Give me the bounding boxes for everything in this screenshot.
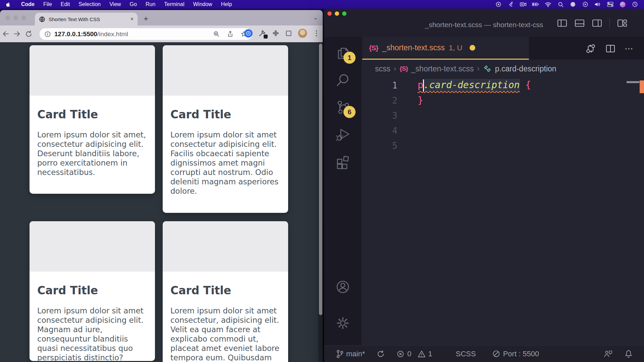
layout-controls (557, 19, 627, 27)
code-line-2[interactable]: 2 } (362, 93, 644, 108)
eyedropper-icon[interactable] (258, 29, 266, 37)
browser-toolbar: 127.0.0.1:5500/index.html ⋮ (0, 25, 323, 42)
clock-icon[interactable] (631, 1, 639, 8)
menu-window[interactable]: Window (189, 1, 217, 7)
siri-icon[interactable] (619, 1, 626, 8)
live-server-item[interactable]: Port : 5500 (492, 350, 539, 358)
window-traffic-lights-inactive[interactable] (5, 15, 26, 20)
spotlight-search-icon[interactable] (557, 1, 564, 8)
url-bar[interactable]: 127.0.0.1:5500/index.html (40, 28, 252, 40)
forward-icon[interactable] (11, 30, 23, 38)
line-number: 5 (362, 141, 397, 151)
url-text[interactable]: 127.0.0.1:5500/index.html (54, 31, 128, 38)
customize-layout-icon[interactable] (617, 19, 627, 27)
menu-run[interactable]: Run (141, 1, 160, 7)
menu-file[interactable]: File (39, 1, 56, 7)
password-manager-icon[interactable] (244, 29, 253, 38)
git-branch-item[interactable]: main* (336, 350, 365, 358)
gray-dot-icon[interactable] (569, 1, 577, 8)
card-description: Lorem ipsum dolor sit amet, consectetur … (37, 130, 147, 177)
problems-item[interactable]: 0 1 (396, 350, 432, 358)
line-number: 1 (362, 80, 397, 90)
square-tool-icon[interactable] (285, 30, 292, 37)
browser-scrollbar[interactable] (318, 42, 323, 362)
code-line-3[interactable]: 3 (362, 108, 644, 123)
puzzle-icon[interactable] (272, 29, 279, 37)
menu-go[interactable]: Go (125, 1, 141, 7)
card-description: Lorem ipsum dolor sit amet consectetur, … (170, 306, 280, 362)
toggle-panel-icon[interactable] (575, 19, 585, 27)
branch-icon (336, 350, 343, 358)
search-icon (335, 72, 351, 88)
screen-record-icon[interactable] (520, 1, 527, 8)
vscode-title-bar: _shorten-text.scss — shorten-text-css (324, 9, 644, 37)
control-center-icon[interactable] (606, 1, 614, 8)
card: Card Title Lorem ipsum dolor sit amet co… (163, 221, 288, 362)
reload-icon[interactable] (23, 30, 34, 38)
window-traffic-lights[interactable] (327, 11, 346, 16)
profile-avatar[interactable] (298, 28, 307, 38)
zoom-window-button[interactable] (342, 11, 346, 16)
toggle-sidebar-icon[interactable] (557, 19, 567, 27)
back-icon[interactable] (0, 30, 11, 38)
card-image-placeholder (163, 221, 288, 272)
close-window-button[interactable] (327, 11, 332, 16)
battery-charging-icon[interactable] (532, 1, 539, 8)
browser-menu-icon[interactable]: ⋮ (313, 29, 320, 37)
breadcrumb-symbol[interactable]: p.card-description (495, 64, 556, 73)
breadcrumb-folder[interactable]: scss (375, 64, 390, 73)
scrollbar-thumb[interactable] (319, 44, 322, 315)
menu-app-name[interactable]: Code (17, 1, 39, 7)
activity-account[interactable] (324, 279, 362, 295)
rocket-icon[interactable] (507, 1, 515, 8)
open-changes-icon[interactable] (585, 43, 596, 54)
language-mode-item[interactable]: SCSS (456, 350, 476, 358)
code-line-5[interactable]: 5 (362, 138, 644, 153)
editor-tab-active[interactable]: {S} _shorten-text.scss 1, U (362, 37, 529, 60)
activity-source-control[interactable]: 6 (324, 99, 362, 115)
tab-close-icon[interactable]: × (130, 16, 133, 22)
editor-actions: ⋯ (585, 43, 634, 54)
new-tab-button[interactable]: + (144, 14, 148, 23)
feedback-icon[interactable] (603, 350, 612, 358)
menu-edit[interactable]: Edit (56, 1, 74, 7)
menu-view[interactable]: View (105, 1, 125, 7)
card-title: Card Title (170, 284, 280, 297)
tab-overflow-chevron-icon[interactable]: ⌄ (313, 14, 318, 21)
toggle-secondary-sidebar-icon[interactable] (592, 19, 602, 27)
code-line-1[interactable]: 1 p.card-description { (362, 78, 644, 93)
error-count: 0 (407, 350, 411, 358)
code-line-4[interactable]: 4 (362, 123, 644, 138)
explorer-badge: 1 (343, 52, 356, 64)
bell-icon[interactable] (625, 350, 633, 358)
split-editor-icon[interactable] (605, 43, 616, 54)
more-actions-icon[interactable]: ⋯ (625, 44, 634, 54)
sync-changes-item[interactable] (376, 350, 385, 358)
activity-settings[interactable] (324, 315, 362, 331)
activity-explorer[interactable]: 1 (324, 45, 362, 61)
menu-help[interactable]: Help (217, 1, 236, 7)
chevron-right-icon: › (394, 64, 396, 73)
wifi-icon[interactable] (544, 1, 552, 8)
zoom-icon[interactable] (213, 31, 220, 38)
activity-run-debug[interactable] (324, 126, 362, 142)
menu-terminal[interactable]: Terminal (160, 1, 189, 7)
menu-selection[interactable]: Selection (74, 1, 105, 7)
code-editor[interactable]: 1 p.card-description { 2 } 3 4 5 (362, 78, 644, 345)
unsaved-changes-dot[interactable] (470, 45, 475, 51)
line-number: 4 (362, 126, 397, 136)
extension-icons: ⋮ (244, 28, 320, 38)
minimap (627, 81, 639, 83)
site-info-icon[interactable] (44, 31, 51, 38)
record-icon[interactable] (495, 1, 502, 8)
apple-menu-icon[interactable] (5, 1, 11, 8)
volume-icon[interactable] (594, 1, 601, 8)
share-icon[interactable] (227, 31, 234, 38)
breadcrumb-file[interactable]: _shorten-text.scss (411, 64, 474, 73)
browser-tab[interactable]: Shorten Text With CSS × (35, 13, 138, 25)
play-circle-icon[interactable] (582, 1, 589, 8)
activity-extensions[interactable] (324, 154, 362, 170)
activity-search[interactable] (324, 72, 362, 88)
minimize-window-button[interactable] (335, 11, 339, 16)
url-host: 127.0.0.1:5500 (54, 31, 97, 38)
